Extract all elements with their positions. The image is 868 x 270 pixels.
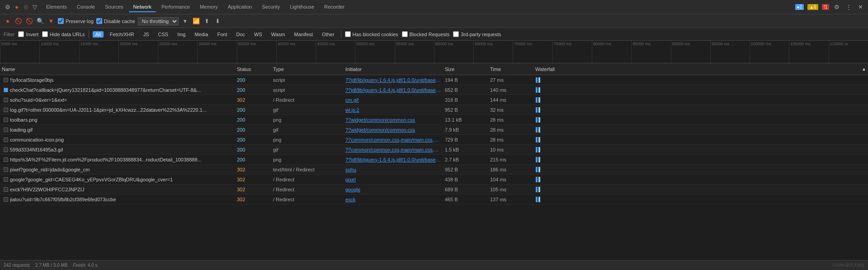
refresh-icon[interactable]: ● xyxy=(13,3,21,11)
throttle-dropdown-icon[interactable]: ▾ xyxy=(181,17,189,25)
cell-initiator[interactable]: pixel xyxy=(344,177,443,182)
cell-initiator[interactable]: sohu xyxy=(344,167,443,172)
waterfall-bar-sending xyxy=(536,137,538,142)
cell-initiator[interactable]: exck xyxy=(344,197,443,202)
row-checkbox-icon[interactable] xyxy=(4,78,8,82)
row-checkbox-icon[interactable] xyxy=(4,88,8,92)
table-row[interactable]: loading.gif200gif??widget/common/common.… xyxy=(0,125,868,135)
filter-btn-js[interactable]: JS xyxy=(141,31,152,38)
timeline-tick: 95000 ms xyxy=(710,41,750,63)
table-row[interactable]: checkChat?callback=jQuery1321821&pid=100… xyxy=(0,85,868,95)
more-icon[interactable]: ⋮ xyxy=(844,3,853,11)
record-icon[interactable]: ● xyxy=(4,17,12,25)
filter-btn-doc[interactable]: Doc xyxy=(233,31,248,38)
table-row[interactable]: log.gif?t=other.000000&m=UA-J2011-1&pin=… xyxy=(0,105,868,115)
row-checkbox-icon[interactable] xyxy=(4,118,8,122)
row-checkbox-icon[interactable] xyxy=(4,98,8,102)
row-checkbox-icon[interactable] xyxy=(4,177,8,182)
tab-network[interactable]: Network xyxy=(129,2,156,12)
cell-initiator[interactable]: ??jdf/lib/jquery-1.6.4.js,jdf/1.0.0/unit… xyxy=(344,77,443,83)
preserve-log-checkbox[interactable] xyxy=(58,18,64,24)
tab-application[interactable]: Application xyxy=(223,2,257,12)
tab-lighthouse[interactable]: Lighthouse xyxy=(285,2,319,12)
row-checkbox-icon[interactable] xyxy=(4,147,8,152)
filter-network-icon[interactable]: ▼ xyxy=(47,17,55,25)
has-blocked-cookies-label[interactable]: Has blocked cookies xyxy=(345,31,398,37)
cell-initiator[interactable]: ??common/common.css,main/main.css,add... xyxy=(344,147,443,152)
table-row[interactable]: exck?H9V22WOHIPFCC2JNPZIJ302/ Redirectgo… xyxy=(0,185,868,194)
header-name[interactable]: Name xyxy=(0,66,235,72)
stop-icon[interactable]: ⊘ xyxy=(22,3,30,11)
cell-initiator[interactable]: google xyxy=(344,187,443,192)
table-row[interactable]: google?google_gid=CAESEG4Ko_yEPpvxVGorZB… xyxy=(0,175,868,185)
table-row[interactable]: jiatou?uid=9b7c667f05fb8b2cf389e6fed073c… xyxy=(0,194,868,204)
upload-icon[interactable]: ⬆ xyxy=(203,17,211,25)
tab-memory[interactable]: Memory xyxy=(195,2,222,12)
row-checkbox-icon[interactable] xyxy=(4,167,8,172)
table-row[interactable]: communication-icon.png200png??common/com… xyxy=(0,135,868,145)
row-checkbox-icon[interactable] xyxy=(4,108,8,112)
tab-performance[interactable]: Performance xyxy=(157,2,194,12)
filter-btn-manifest[interactable]: Manifest xyxy=(292,31,316,38)
table-row[interactable]: !!p/localStorage0bjs200script??jdf/lib/j… xyxy=(0,75,868,85)
filter-btn-media[interactable]: Media xyxy=(192,31,211,38)
header-size[interactable]: Size xyxy=(443,66,488,72)
has-blocked-cookies-checkbox[interactable] xyxy=(345,31,351,37)
disable-cache-checkbox[interactable] xyxy=(96,18,102,24)
table-row[interactable]: sohu?suid=0&ver=1&ext=302/ Redirectcm.gi… xyxy=(0,95,868,105)
header-status[interactable]: Status xyxy=(235,66,271,72)
invert-checkbox[interactable] xyxy=(18,31,24,37)
cell-initiator[interactable]: wl.js:2 xyxy=(344,107,443,113)
filter-btn-img[interactable]: Img xyxy=(175,31,188,38)
third-party-requests-label[interactable]: 3rd-party requests xyxy=(453,31,501,37)
filter-icon[interactable]: ▽ xyxy=(31,3,39,11)
invert-label[interactable]: Invert xyxy=(18,31,38,37)
tab-elements[interactable]: Elements xyxy=(42,2,71,12)
header-initiator[interactable]: Initiator xyxy=(344,66,443,72)
wifi-icon[interactable]: 📶 xyxy=(192,17,200,25)
row-checkbox-icon[interactable] xyxy=(4,128,8,132)
header-waterfall[interactable]: Waterfall ▲ xyxy=(533,66,868,72)
tab-console[interactable]: Console xyxy=(72,2,99,12)
filter-btn-css[interactable]: CSS xyxy=(156,31,171,38)
cell-initiator[interactable]: ??widget/common/common.css xyxy=(344,117,443,123)
cell-initiator[interactable]: ??jdf/lib/jquery-1.6.4.js,jdf/1.0.0/unit… xyxy=(344,87,443,93)
settings-icon[interactable]: ⚙ xyxy=(833,3,841,11)
filter-btn-fetch[interactable]: Fetch/XHR xyxy=(107,31,137,38)
preserve-log-label[interactable]: Preserve log xyxy=(58,18,94,24)
disable-cache-label[interactable]: Disable cache xyxy=(96,18,135,24)
table-row[interactable]: https%3A%2F%2Fitem.jd.com%2Fproduct%2F10… xyxy=(0,155,868,165)
third-party-requests-checkbox[interactable] xyxy=(453,31,459,37)
clear-icon[interactable]: 🚫 xyxy=(25,17,33,25)
row-checkbox-icon[interactable] xyxy=(4,197,8,202)
blocked-requests-label[interactable]: Blocked Requests xyxy=(402,31,450,37)
search-icon[interactable]: 🔍 xyxy=(36,17,44,25)
row-checkbox-icon[interactable] xyxy=(4,187,8,192)
hide-data-urls-checkbox[interactable] xyxy=(42,31,48,37)
table-row[interactable]: toolbars.png200png??widget/common/common… xyxy=(0,115,868,125)
tab-security[interactable]: Security xyxy=(257,2,284,12)
block-icon[interactable]: 🚫 xyxy=(14,17,23,25)
table-row[interactable]: pixel?google_nid=jdadx&google_cm302text/… xyxy=(0,165,868,175)
tab-recorder[interactable]: Recorder xyxy=(320,2,349,12)
row-checkbox-icon[interactable] xyxy=(4,157,8,162)
close-icon[interactable]: ✕ xyxy=(856,3,864,11)
hide-data-urls-label[interactable]: Hide data URLs xyxy=(42,31,85,37)
filter-btn-ws[interactable]: WS xyxy=(251,31,265,38)
header-time[interactable]: Time xyxy=(488,66,533,72)
tab-sources[interactable]: Sources xyxy=(100,2,127,12)
cell-initiator[interactable]: cm.gif xyxy=(344,97,443,103)
header-type[interactable]: Type xyxy=(271,66,344,72)
row-checkbox-icon[interactable] xyxy=(4,137,8,142)
download-icon[interactable]: ⬇ xyxy=(214,17,222,25)
blocked-requests-checkbox[interactable] xyxy=(402,31,408,37)
filter-btn-other[interactable]: Other xyxy=(319,31,337,38)
throttling-select[interactable]: No throttling xyxy=(138,17,179,25)
filter-btn-wasm[interactable]: Wasm xyxy=(269,31,288,38)
cell-initiator[interactable]: ??widget/common/common.css xyxy=(344,127,443,133)
table-row[interactable]: 599d3334Nf16495a3.gif200gif??common/comm… xyxy=(0,145,868,155)
filter-btn-all[interactable]: All xyxy=(93,31,104,38)
cell-initiator[interactable]: ??jdf/lib/jquery-1.6.4.js,jdf/1.0.0/unit… xyxy=(344,157,443,162)
cell-initiator[interactable]: ??common/common.css,main/main.css,add... xyxy=(344,137,443,142)
filter-btn-font[interactable]: Font xyxy=(214,31,230,38)
